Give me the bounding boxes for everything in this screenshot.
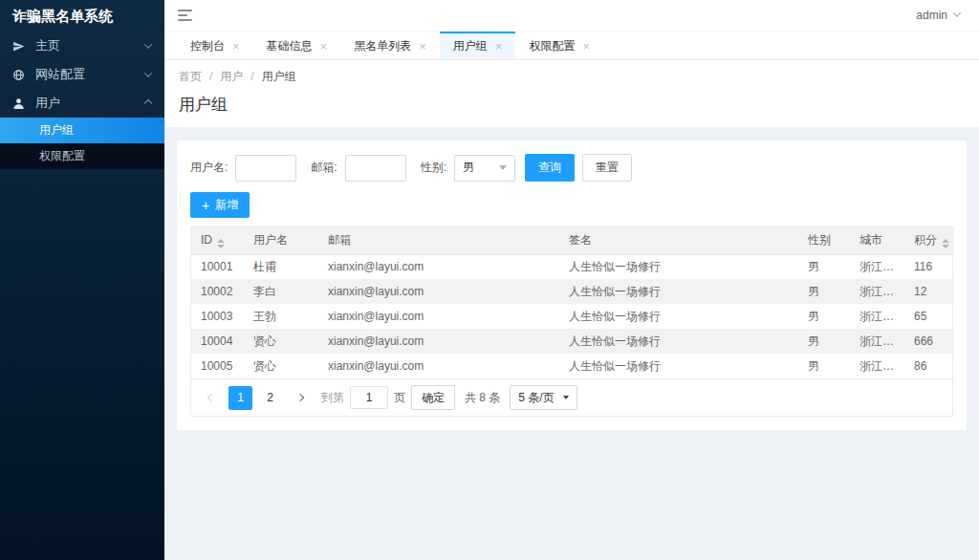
table-row: 10005 贤心 xianxin@layui.com 人生恰似一场修行 男 浙江… [191,354,954,378]
email-input[interactable] [345,155,406,182]
tab[interactable]: 权限配置 × [515,32,603,59]
column-header-id: ID [191,227,244,254]
cell-city: 浙江杭州 [850,354,904,378]
cell-id: 10003 [191,304,244,329]
close-icon[interactable]: × [582,40,590,53]
gender-select[interactable]: 男 [454,155,515,182]
close-icon[interactable]: × [495,40,503,53]
user-menu[interactable]: admin [916,9,960,22]
table-row: 10003 王勃 xianxin@layui.com 人生恰似一场修行 男 浙江… [191,304,954,329]
reset-button[interactable]: 重置 [582,154,632,182]
cell-username: 贤心 [244,354,318,378]
sidebar-subitem[interactable]: 用户组 [0,118,164,143]
cell-city: 浙江杭州 [850,279,904,304]
cell-sign: 人生恰似一场修行 [559,304,798,329]
tab[interactable]: 基础信息 × [253,32,341,59]
page-title: 用户组 [179,94,965,116]
cell-sign: 人生恰似一场修行 [559,329,798,354]
prev-page-button[interactable] [199,386,223,410]
cell-email: xianxin@layui.com [318,354,559,378]
sidebar-item-home[interactable]: 主页 [0,32,164,60]
tab-label: 黑名单列表 [354,38,411,54]
sidebar-subitem-label: 用户组 [39,123,74,137]
search-button[interactable]: 查询 [525,154,575,182]
tab[interactable]: 黑名单列表 × [340,32,440,59]
tab-label: 基础信息 [267,38,313,54]
cell-score: 12 [904,279,954,304]
cell-email: xianxin@layui.com [318,254,559,279]
page-suffix-label: 页 [394,390,405,406]
cell-score: 666 [904,329,954,354]
user-menu-label: admin [916,9,947,22]
sidebar-item-label: 网站配置 [35,66,85,83]
sidebar-item-users[interactable]: 用户 [0,89,164,118]
cell-id: 10001 [191,254,244,279]
username-filter-group: 用户名: [190,155,296,182]
breadcrumb-item-label: 用户组 [262,69,296,85]
app-window: 诈骗黑名单系统 主页 网站配置 用户 [0,0,979,560]
sidebar-subitem[interactable]: 权限配置 [0,143,164,169]
sort-icon[interactable] [942,239,949,248]
page-number-button[interactable]: 2 [258,386,282,410]
cell-score: 86 [904,354,954,378]
table-row: 10004 贤心 xianxin@layui.com 人生恰似一场修行 男 浙江… [191,329,954,354]
gender-filter-group: 性别: 男 [421,155,515,182]
tab-bar: 控制台 × 基础信息 × 黑名单列表 × 用户组 × 权限配置 × [164,32,979,60]
gender-label: 性别: [421,160,446,176]
column-header-gender: 性别 [798,227,850,254]
breadcrumb-item-label: 用户 [220,69,243,85]
close-icon[interactable]: × [232,40,240,53]
add-button[interactable]: + 新增 [190,192,250,218]
send-icon [12,40,27,53]
app-title: 诈骗黑名单系统 [0,0,164,32]
breadcrumb-separator: / [209,70,212,83]
cell-gender: 男 [798,254,850,279]
page-header: 首页 / 用户 / 用户组 / 用户组 [164,60,979,127]
username-input[interactable] [235,155,296,182]
cell-gender: 男 [798,354,850,378]
jump-to-label: 到第 [321,390,344,406]
sort-icon[interactable] [217,239,225,248]
tab-label: 控制台 [190,38,225,54]
breadcrumb-item[interactable]: 用户组 / [262,69,296,85]
plus-icon: + [202,199,209,212]
filter-form: 用户名: 邮箱: 性别: 男 查询 重置 [190,154,953,182]
chevron-up-icon [144,99,152,107]
sidebar-subitem-label: 权限配置 [39,149,85,162]
confirm-button[interactable]: 确定 [411,385,455,410]
breadcrumb-item[interactable]: 用户 / [220,69,261,85]
breadcrumb-item-label: 首页 [179,69,202,85]
per-page-select[interactable]: 5 条/页 [510,385,577,410]
jump-page-input[interactable] [350,386,388,409]
breadcrumb-item[interactable]: 首页 / [179,69,220,85]
sidebar-item-site-config[interactable]: 网站配置 [0,60,164,89]
close-icon[interactable]: × [419,40,426,53]
tab[interactable]: 控制台 × [177,32,253,59]
column-header-sign: 签名 [559,227,798,254]
chevron-left-icon [207,394,214,401]
cell-email: xianxin@layui.com [318,329,559,354]
add-button-label: 新增 [215,197,238,213]
cell-sign: 人生恰似一场修行 [559,279,798,304]
chevron-down-icon [144,40,152,48]
tab[interactable]: 用户组 × [440,32,516,59]
tab-label: 用户组 [453,38,488,54]
sidebar-item-label: 主页 [35,37,60,54]
cell-gender: 男 [798,329,850,354]
column-header-city: 城市 [850,227,904,254]
cell-sign: 人生恰似一场修行 [559,354,798,378]
cell-score: 65 [904,304,954,329]
caret-down-icon [563,396,569,399]
close-icon[interactable]: × [320,40,328,53]
topbar: admin [164,0,979,32]
collapse-sidebar-icon[interactable] [178,10,192,21]
chevron-right-icon [295,394,303,401]
pagination: 12 到第 页 确定 共 8 条 5 条/页 [191,378,952,416]
page-number-button[interactable]: 1 [228,386,252,410]
cell-id: 10002 [191,279,244,304]
per-page-value: 5 条/页 [518,390,554,406]
tab-label: 权限配置 [529,38,575,54]
cell-username: 王勃 [244,304,318,329]
next-page-button[interactable] [288,386,312,410]
column-header-username: 用户名 [244,227,318,254]
